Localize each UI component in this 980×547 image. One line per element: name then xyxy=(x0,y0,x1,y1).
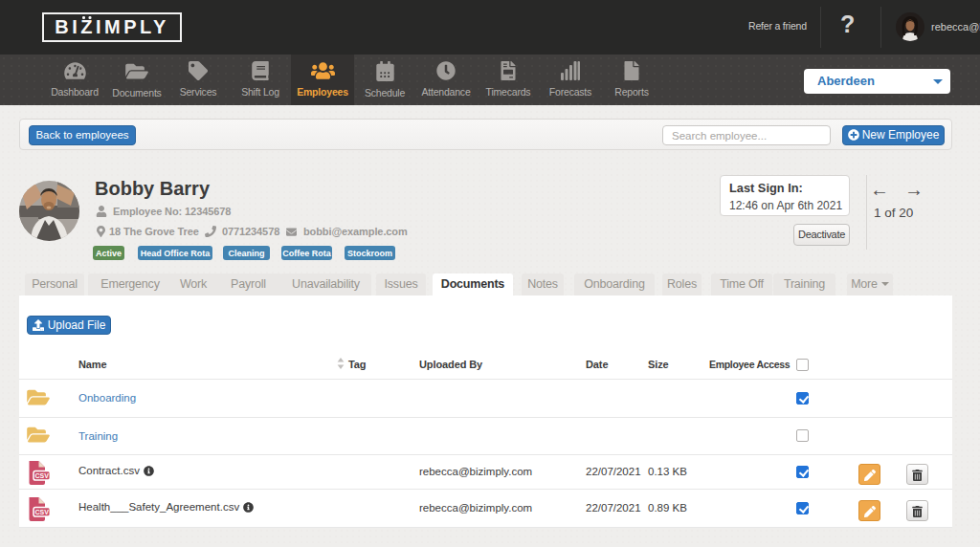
svg-text:CSV: CSV xyxy=(34,472,49,479)
svg-text:CSV: CSV xyxy=(34,509,49,515)
